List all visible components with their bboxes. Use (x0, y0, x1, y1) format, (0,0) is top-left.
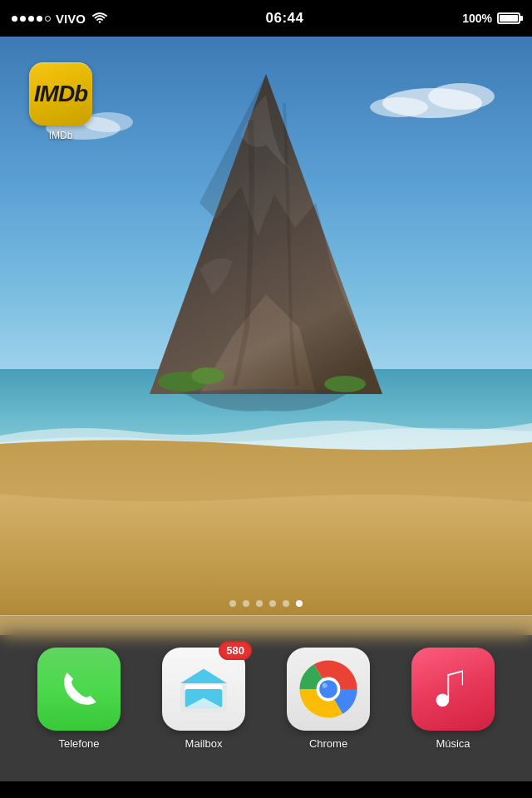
page-dot-2[interactable] (243, 600, 249, 607)
svg-point-10 (324, 376, 366, 392)
page-dots (0, 600, 532, 607)
phone-icon (57, 667, 102, 712)
battery-icon (497, 12, 520, 24)
page-dot-4[interactable] (269, 600, 276, 607)
status-left: VIVO (12, 12, 107, 26)
carrier-label: VIVO (56, 12, 86, 26)
status-right: 100% (462, 12, 520, 25)
phone-app-icon[interactable] (37, 648, 121, 731)
signal-dot-2 (20, 16, 26, 22)
signal-dot-1 (12, 16, 17, 22)
app-imdb[interactable]: IMDb IMDb (23, 62, 98, 141)
mailbox-app-icon[interactable]: 580 (162, 648, 245, 731)
page-dot-6[interactable] (296, 600, 303, 607)
dock-item-chrome[interactable]: Chrome (287, 648, 370, 750)
signal-dot-5 (45, 16, 51, 22)
svg-point-17 (323, 683, 328, 688)
imdb-text: IMDb (34, 81, 87, 107)
signal-dot-3 (28, 16, 34, 22)
signal-strength (12, 16, 51, 22)
music-app-icon[interactable] (411, 648, 495, 731)
dock: Telefone 580 Mailbox (0, 615, 532, 781)
page-dot-5[interactable] (283, 600, 289, 607)
page-dot-3[interactable] (256, 600, 263, 607)
page-dot-1[interactable] (229, 600, 236, 607)
music-label: Música (436, 737, 470, 750)
mailbox-icon (175, 660, 233, 718)
battery-percent: 100% (462, 12, 492, 25)
dock-item-phone[interactable]: Telefone (37, 648, 121, 750)
dock-item-mailbox[interactable]: 580 Mailbox (162, 648, 245, 750)
music-icon (428, 664, 478, 714)
imdb-icon[interactable]: IMDb (29, 62, 92, 126)
svg-point-16 (319, 680, 337, 698)
chrome-app-icon[interactable] (287, 648, 370, 731)
status-bar: VIVO 06:44 100% (0, 0, 532, 37)
mailbox-badge: 580 (219, 641, 252, 660)
clock: 06:44 (266, 10, 304, 27)
dock-item-music[interactable]: Música (411, 648, 495, 750)
mailbox-label: Mailbox (185, 737, 223, 750)
wifi-icon (92, 12, 107, 24)
chrome-icon (298, 659, 358, 719)
imdb-label: IMDb (49, 130, 73, 141)
phone-label: Telefone (58, 737, 99, 750)
svg-point-9 (191, 367, 224, 384)
signal-dot-4 (37, 16, 42, 22)
chrome-label: Chrome (309, 737, 347, 750)
apps-area: IMDb IMDb (0, 50, 532, 154)
